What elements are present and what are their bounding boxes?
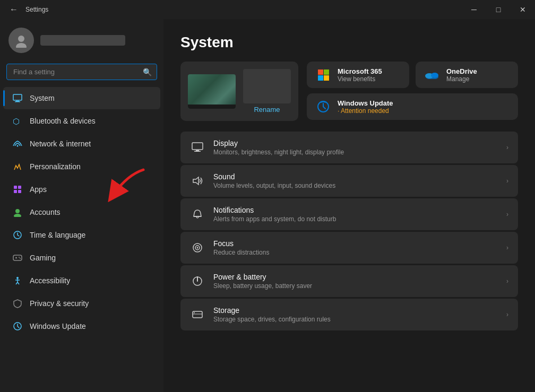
setting-text-sound: SoundVolume levels, output, input, sound… [213,172,498,189]
sidebar-item-bluetooth[interactable]: ⬡Bluetooth & devices [3,110,160,132]
sidebar-item-personalization[interactable]: Personalization [3,155,160,178]
close-button[interactable]: ✕ [511,0,535,19]
sidebar-item-label-accounts: Accounts [30,208,61,216]
svg-point-0 [18,36,24,42]
onedrive-text: OneDrive Manage [446,67,477,83]
svg-rect-26 [324,69,329,75]
setting-chevron-power: › [506,277,508,285]
setting-chevron-display: › [506,144,508,151]
bluetooth-icon: ⬡ [12,115,23,127]
main-layout: 🔍 System⬡Bluetooth & devicesNetwork & in… [0,19,535,392]
svg-marker-36 [193,177,199,185]
sidebar-item-label-personalization: Personalization [30,162,81,171]
back-button[interactable]: ← [6,3,21,16]
search-icon[interactable]: 🔍 [143,68,152,76]
setting-sub-sound: Volume levels, output, input, sound devi… [213,182,498,189]
windows-update-text: Windows Update · Attention needed [338,99,393,115]
apps-icon [12,184,23,195]
sidebar-item-label-gaming: Gaming [30,254,56,262]
setting-chevron-focus: › [506,244,508,251]
device-image [188,74,236,109]
windows-update-icon [12,320,23,332]
svg-point-45 [194,312,195,313]
sidebar-item-time[interactable]: Time & language [3,224,160,246]
setting-sub-power: Sleep, battery usage, battery saver [213,282,498,290]
avatar [8,28,34,53]
sidebar-item-network[interactable]: Network & internet [3,133,160,155]
accounts-icon [12,206,23,218]
svg-point-40 [197,247,199,249]
personalization-icon [12,161,23,172]
storage-icon [190,307,205,322]
display-icon [190,140,205,155]
sidebar-item-label-windows-update: Windows Update [30,322,86,330]
sidebar-item-windows-update[interactable]: Windows Update [3,315,160,337]
maximize-button[interactable]: □ [486,0,511,19]
setting-title-notifications: Notifications [213,206,498,214]
page-title: System [180,34,518,51]
svg-rect-35 [194,151,201,152]
svg-point-1 [16,43,27,48]
sidebar-item-label-apps: Apps [30,185,47,194]
onedrive-sub: Manage [446,75,477,83]
setting-item-storage[interactable]: StorageStorage space, drives, configurat… [180,299,518,330]
titlebar-title: Settings [25,6,48,13]
minimize-button[interactable]: ─ [462,0,486,19]
setting-item-sound[interactable]: SoundVolume levels, output, input, sound… [180,165,518,197]
privacy-icon [12,298,23,309]
setting-text-notifications: NotificationsAlerts from apps and system… [213,206,498,223]
accessibility-icon [12,275,23,286]
svg-point-31 [431,73,438,78]
sidebar-item-gaming[interactable]: Gaming [3,247,160,269]
setting-title-focus: Focus [213,239,498,248]
setting-item-notifications[interactable]: NotificationsAlerts from apps and system… [180,198,518,230]
svg-rect-27 [318,75,323,81]
settings-list: DisplayMonitors, brightness, night light… [180,132,518,330]
setting-sub-display: Monitors, brightness, night light, displ… [213,149,498,156]
windows-update-subtitle: · Attention needed [338,107,393,115]
sidebar-item-label-bluetooth: Bluetooth & devices [30,117,96,125]
sidebar-item-system[interactable]: System [3,87,160,109]
device-second-image [243,69,291,103]
setting-title-display: Display [213,139,498,147]
svg-rect-28 [324,75,329,81]
search-input[interactable] [6,64,157,80]
sidebar-nav: System⬡Bluetooth & devicesNetwork & inte… [0,86,163,338]
svg-text:⬡: ⬡ [13,117,20,126]
microsoft365-text: Microsoft 365 View benefits [338,67,382,83]
quick-link-onedrive[interactable]: OneDrive Manage [416,62,518,88]
svg-rect-9 [14,190,17,193]
sidebar-item-accounts[interactable]: Accounts [3,201,160,223]
svg-rect-7 [14,186,17,189]
setting-item-focus[interactable]: FocusReduce distractions› [180,232,518,264]
svg-rect-14 [13,255,22,260]
sidebar-item-apps[interactable]: Apps [3,178,160,201]
titlebar: ← Settings ─ □ ✕ [0,0,535,19]
setting-title-sound: Sound [213,172,498,181]
svg-point-18 [20,258,21,259]
sidebar-profile[interactable] [0,19,163,59]
windows-update-icon [315,99,331,115]
system-icon [12,92,23,104]
setting-text-focus: FocusReduce distractions [213,239,498,256]
quick-link-microsoft365[interactable]: Microsoft 365 View benefits [307,62,409,88]
svg-rect-8 [18,186,21,189]
sidebar-item-privacy[interactable]: Privacy & security [3,292,160,315]
setting-chevron-storage: › [506,311,508,318]
rename-link[interactable]: Rename [254,106,280,114]
titlebar-controls: ─ □ ✕ [462,0,535,19]
svg-point-6 [17,145,19,147]
titlebar-left: ← Settings [6,3,48,16]
setting-sub-focus: Reduce distractions [213,249,498,256]
setting-item-display[interactable]: DisplayMonitors, brightness, night light… [180,132,518,163]
notifications-icon [190,207,205,222]
setting-item-power[interactable]: Power & batterySleep, battery usage, bat… [180,265,518,297]
svg-rect-25 [318,69,323,75]
svg-rect-10 [18,190,21,193]
sidebar-item-label-privacy: Privacy & security [30,299,89,308]
sidebar-item-label-network: Network & internet [30,140,91,148]
device-card: Rename [180,62,298,121]
quick-link-windows-update[interactable]: Windows Update · Attention needed [307,93,518,120]
sidebar-item-label-time: Time & language [30,231,85,239]
sidebar-item-accessibility[interactable]: Accessibility [3,269,160,292]
